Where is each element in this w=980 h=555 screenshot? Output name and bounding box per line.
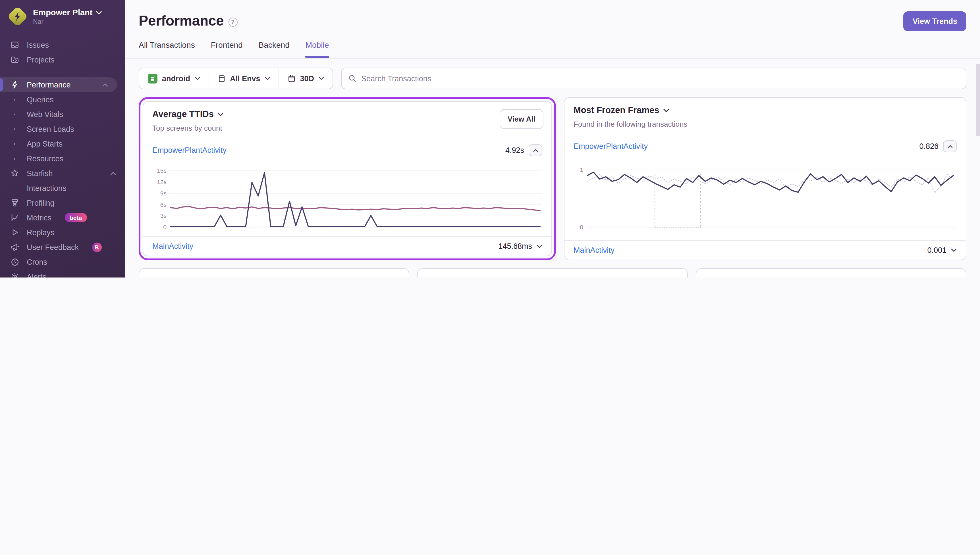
badge-metrics: beta [64, 213, 87, 222]
app-root: Empower Plant Nar IssuesProjectsPerforma… [0, 0, 980, 278]
tab-frontend[interactable]: Frontend [211, 40, 243, 58]
sidebar-item-performance[interactable]: Performance [0, 77, 117, 92]
chevron-up-icon [102, 83, 108, 87]
org-subtitle: Nar [33, 18, 102, 25]
cold-startup-time-card: Cold Startup Time 4s Compared to last 30… [696, 268, 966, 278]
transaction-link[interactable]: MainActivity [153, 242, 193, 250]
issues-icon [10, 40, 19, 50]
chevron-down-icon[interactable] [537, 244, 542, 248]
average-ttids-subtitle: Top screens by count [153, 124, 542, 132]
sidebar-item-label: Metrics [27, 213, 51, 222]
sidebar-item-replays[interactable]: Replays [0, 225, 125, 240]
chevron-down-icon[interactable] [951, 248, 957, 252]
most-frozen-frames-subtitle: Found in the following transactions [574, 120, 957, 128]
sidebar-item-metrics[interactable]: Metricsbeta [0, 210, 125, 225]
sidebar-item-label: User Feedback [27, 243, 79, 251]
sidebar-item-label: Screen Loads [27, 125, 74, 133]
sidebar: Empower Plant Nar IssuesProjectsPerforma… [0, 0, 125, 278]
sidebar-nav: IssuesProjectsPerformanceQueriesWeb Vita… [0, 37, 125, 278]
sidebar-item-projects[interactable]: Projects [0, 52, 125, 67]
svg-text:15s: 15s [157, 167, 167, 174]
sidebar-item-label: Alerts [27, 273, 46, 278]
svg-text:12s: 12s [157, 179, 167, 185]
chevron-up-icon [533, 149, 538, 152]
crons-icon [10, 257, 19, 266]
svg-text:3s: 3s [160, 212, 167, 219]
svg-text:6s: 6s [160, 201, 167, 208]
most-frozen-frames-card: Most Frozen Frames Found in the followin… [564, 97, 966, 260]
main-area: Performance ? View Trends All Transactio… [125, 0, 980, 278]
transactions-per-minute-card: Transactions Per Minute 0.494 Compared t… [139, 268, 409, 278]
help-icon[interactable]: ? [228, 17, 237, 26]
window-icon [217, 74, 225, 83]
sidebar-item-label: Web Vitals [27, 110, 63, 119]
transaction-link[interactable]: MainActivity [574, 246, 614, 255]
sidebar-item-screen-loads[interactable]: Screen Loads [0, 122, 125, 136]
tab-mobile[interactable]: Mobile [305, 40, 329, 58]
feedback-icon [10, 242, 19, 252]
projects-icon [10, 55, 19, 64]
sidebar-item-label: Queries [27, 95, 54, 104]
sidebar-item-starfish[interactable]: Starfish [0, 166, 125, 181]
svg-text:1: 1 [580, 167, 583, 173]
tpm-title[interactable]: Transactions Per Minute [148, 276, 400, 278]
collapse-row-button[interactable] [529, 144, 542, 156]
date-range-filter[interactable]: 30D [278, 68, 333, 88]
average-ttids-card: Average TTIDs Top screens by count View … [143, 101, 552, 256]
search-input[interactable] [361, 74, 959, 83]
chevron-down-icon [663, 108, 669, 112]
frozen-value: 0.826 [919, 142, 938, 151]
project-filter[interactable]: android [139, 68, 208, 88]
sidebar-item-label: Performance [27, 80, 71, 89]
org-name: Empower Plant [33, 8, 93, 17]
sidebar-item-label: Issues [27, 41, 49, 49]
ttid-value: 4.92s [505, 146, 524, 154]
bullet-icon [10, 113, 19, 115]
view-trends-button[interactable]: View Trends [903, 11, 966, 31]
transaction-link[interactable]: EmpowerPlantActivity [153, 146, 227, 154]
view-all-button[interactable]: View All [500, 109, 543, 129]
org-switcher[interactable]: Empower Plant Nar [0, 0, 125, 32]
sidebar-item-label: Crons [27, 258, 47, 266]
search-transactions [341, 67, 966, 89]
sidebar-item-issues[interactable]: Issues [0, 37, 125, 52]
performance-icon [10, 80, 19, 89]
frozen-value: 0.001 [927, 246, 946, 255]
sidebar-item-user-feedback[interactable]: User FeedbackB [0, 240, 125, 255]
starfish-icon [10, 169, 19, 178]
sidebar-item-label: Resources [27, 154, 63, 163]
collapse-row-button[interactable] [943, 140, 957, 152]
sidebar-item-app-starts[interactable]: App Starts [0, 136, 125, 151]
environment-filter[interactable]: All Envs [208, 68, 278, 88]
warm-startup-title[interactable]: Warm Startup Time [427, 276, 678, 278]
replays-icon [10, 228, 19, 237]
bullet-icon [10, 99, 19, 100]
tab-all-transactions[interactable]: All Transactions [139, 40, 195, 58]
sidebar-item-crons[interactable]: Crons [0, 255, 125, 269]
scrollbar[interactable] [976, 64, 980, 136]
bullet-icon [10, 128, 19, 130]
tab-backend[interactable]: Backend [259, 40, 290, 58]
transaction-link[interactable]: EmpowerPlantActivity [574, 142, 648, 151]
chevron-down-icon [195, 77, 200, 80]
sidebar-item-alerts[interactable]: Alerts [0, 269, 125, 278]
sidebar-item-queries[interactable]: Queries [0, 92, 125, 107]
bullet-icon [10, 143, 19, 144]
sidebar-item-resources[interactable]: Resources [0, 151, 125, 166]
most-frozen-frames-title[interactable]: Most Frozen Frames [574, 105, 957, 115]
sidebar-item-web-vitals[interactable]: Web Vitals [0, 107, 125, 122]
search-icon [348, 74, 356, 82]
highlight-ring: Average TTIDs Top screens by count View … [139, 97, 556, 260]
sidebar-item-label: Replays [27, 228, 55, 237]
sidebar-item-interactions[interactable]: Interactions [0, 181, 125, 196]
average-ttids-title[interactable]: Average TTIDs [153, 109, 542, 119]
warm-startup-time-card: Warm Startup Time Compared to last 30d 0… [417, 268, 688, 278]
svg-text:9s: 9s [160, 190, 167, 197]
sidebar-item-profiling[interactable]: Profiling [0, 196, 125, 210]
metrics-icon [10, 213, 19, 222]
chevron-up-icon [947, 144, 953, 148]
sidebar-item-label: App Starts [27, 140, 63, 148]
cold-startup-title[interactable]: Cold Startup Time [705, 276, 957, 278]
sidebar-item-label: Profiling [27, 199, 55, 207]
bullet-icon [10, 158, 19, 159]
